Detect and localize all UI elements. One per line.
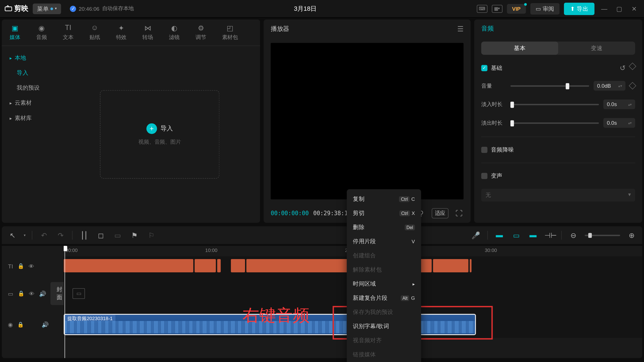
zoom-out-icon[interactable]: ⊖ xyxy=(568,231,579,240)
context-menu: 复制CtrlC 剪切CtrlX 删除Del 停用片段V 创建组合 解除素材包 时… xyxy=(347,189,421,362)
ctx-compound[interactable]: 新建复合片段AltG xyxy=(347,291,421,305)
export-button[interactable]: ⬆ 导出 xyxy=(564,3,594,15)
text-track-icon: TI xyxy=(8,263,13,269)
lock-icon[interactable]: 🔒 xyxy=(17,321,24,327)
sidebar-cloud[interactable]: 云素材 xyxy=(2,96,59,111)
timeline: TI 🔒 👁 ▭ 🔒 👁 🔊 封面 ◉ 🔒 🔊 00:00 10:00 2 xyxy=(2,246,642,358)
snap-3-icon[interactable]: ▬ xyxy=(528,231,538,239)
sidebar-import[interactable]: 导入 xyxy=(2,65,59,80)
media-tabs: ▣媒体 ◉音频 TI文本 ☺贴纸 ✦特效 ⋈转场 ◐滤镜 ⚙调节 ◰素材包 xyxy=(2,20,260,46)
fadein-value[interactable]: 0.0s▴▾ xyxy=(603,100,635,109)
tool-3[interactable]: ▭ xyxy=(112,231,123,240)
volume-value[interactable]: 0.0dB▴▾ xyxy=(594,81,626,90)
tab-text[interactable]: TI文本 xyxy=(60,23,76,42)
player-title: 播放器 xyxy=(271,25,289,33)
ctx-unpack: 解除素材包 xyxy=(347,263,421,277)
keyframe-icon[interactable] xyxy=(629,63,636,70)
lock-icon[interactable]: 🔒 xyxy=(18,263,24,269)
undo-button[interactable]: ↶ xyxy=(38,231,49,240)
fullscreen-icon[interactable]: ⛶ xyxy=(455,209,463,217)
media-panel: ▣媒体 ◉音频 TI文本 ☺贴纸 ✦特效 ⋈转场 ◐滤镜 ⚙调节 ◰素材包 本地… xyxy=(2,20,260,223)
timeline-toolbar: ↖ ▾ ↶ ↷ ⎮⎮ ◻ ▭ ⚑ ⚐ 🎤 ▬ ▭ ▬ ⊣⊢ ⊖ ⊕ xyxy=(2,226,642,244)
project-title: 3月18日 xyxy=(138,5,472,12)
tab-materialpack[interactable]: ◰素材包 xyxy=(219,23,241,42)
denoise-toggle[interactable]: 音频降噪 xyxy=(481,146,635,154)
snap-2-icon[interactable]: ▭ xyxy=(511,231,521,240)
media-drop-area[interactable]: + 导入 视频、音频、图片 xyxy=(59,46,260,223)
review-button[interactable]: ▭ 审阅 xyxy=(530,3,559,14)
video-placeholder[interactable]: ▭ xyxy=(72,288,85,299)
maximize-button[interactable]: ▢ xyxy=(614,3,625,14)
tab-adjust[interactable]: ⚙调节 xyxy=(193,23,209,42)
ctx-copy[interactable]: 复制CtrlC xyxy=(347,192,421,206)
annotation-label: 右键音频 xyxy=(242,304,310,327)
text-clip[interactable] xyxy=(195,259,216,272)
mute-icon[interactable]: 🔊 xyxy=(39,290,46,297)
tab-media[interactable]: ▣媒体 xyxy=(7,23,23,42)
text-clip[interactable] xyxy=(231,259,245,272)
props-tabs: 基本 变速 xyxy=(481,42,635,55)
sidebar-library[interactable]: 素材库 xyxy=(2,111,59,126)
props-tab-basic[interactable]: 基本 xyxy=(481,42,558,55)
reset-icon[interactable]: ↺ xyxy=(620,64,625,72)
voicechange-select[interactable]: 无▾ xyxy=(481,189,635,201)
playhead[interactable] xyxy=(65,246,65,358)
ctx-cut[interactable]: 剪切CtrlX xyxy=(347,206,421,220)
ctx-timerange[interactable]: 时间区域▸ xyxy=(347,277,421,291)
text-clip[interactable] xyxy=(433,259,468,272)
ctx-savepreset: 保存为我的预设 xyxy=(347,305,421,319)
ctx-disable[interactable]: 停用片段V xyxy=(347,234,421,248)
fadeout-row: 淡出时长 0.0s▴▾ xyxy=(481,118,635,128)
zoom-in-icon[interactable]: ⊕ xyxy=(626,231,637,240)
magnet-icon[interactable]: ⊣⊢ xyxy=(544,231,555,240)
text-clip[interactable] xyxy=(217,259,221,272)
voicechange-toggle[interactable]: 变声 xyxy=(481,172,635,180)
review-icon: ▭ xyxy=(536,5,541,12)
tab-transition[interactable]: ⋈转场 xyxy=(140,23,156,42)
minimize-button[interactable]: — xyxy=(599,3,610,14)
flag-tool[interactable]: ⚑ xyxy=(129,231,140,240)
mute-icon[interactable]: 🔊 xyxy=(42,321,49,328)
ctx-delete[interactable]: 删除Del xyxy=(347,220,421,234)
fit-button[interactable]: 适应 xyxy=(432,208,448,218)
plus-icon: + xyxy=(146,123,157,134)
sidebar-presets[interactable]: 我的预设 xyxy=(2,81,59,96)
snap-1-icon[interactable]: ▬ xyxy=(494,231,505,239)
basic-toggle[interactable]: ✓ 基础 xyxy=(481,64,503,72)
fadeout-value[interactable]: 0.0s▴▾ xyxy=(603,118,635,128)
keyboard-icon[interactable]: ⌨ xyxy=(477,5,488,12)
visibility-icon[interactable]: 👁 xyxy=(29,263,34,269)
text-clip[interactable] xyxy=(470,259,471,272)
tab-effect[interactable]: ✦特效 xyxy=(113,23,129,42)
visibility-icon[interactable]: 👁 xyxy=(29,290,35,297)
ctx-recognize-subtitle[interactable]: 识别字幕/歌词 xyxy=(347,319,421,333)
close-button[interactable]: ✕ xyxy=(629,3,640,14)
sidebar-local[interactable]: 本地 xyxy=(2,50,59,65)
properties-panel: 音频 基本 变速 ✓ 基础 ↺ 音量 xyxy=(474,20,642,223)
fadeout-slider[interactable] xyxy=(510,122,599,124)
text-clip[interactable] xyxy=(64,259,193,272)
tab-filter[interactable]: ◐滤镜 xyxy=(166,23,182,42)
player-viewport[interactable] xyxy=(271,43,464,199)
select-tool[interactable]: ↖ xyxy=(7,231,18,240)
volume-keyframe[interactable] xyxy=(629,82,636,90)
split-tool[interactable]: ⎮⎮ xyxy=(79,231,89,240)
tab-audio[interactable]: ◉音频 xyxy=(34,23,50,42)
fadein-slider[interactable] xyxy=(510,104,599,105)
zoom-slider[interactable] xyxy=(585,234,620,236)
timecode-total: 00:29:38:15 xyxy=(313,210,351,217)
crop-tool[interactable]: ◻ xyxy=(96,231,106,240)
vip-button[interactable]: VIP xyxy=(507,4,526,13)
tab-sticker[interactable]: ☺贴纸 xyxy=(87,23,102,42)
flag-tool-2[interactable]: ⚐ xyxy=(146,231,157,240)
titlebar: 剪映 菜单 ▾ ✓ 20:46:06 自动保存本地 3月18日 ⌨ ▦▾ VIP… xyxy=(0,0,644,18)
menu-button[interactable]: 菜单 ▾ xyxy=(33,3,61,14)
mic-icon[interactable]: 🎤 xyxy=(471,231,481,240)
lock-icon[interactable]: 🔒 xyxy=(18,290,24,297)
layout-icon[interactable]: ▦▾ xyxy=(492,5,503,12)
redo-button[interactable]: ↷ xyxy=(55,231,66,240)
props-tab-speed[interactable]: 变速 xyxy=(558,42,635,55)
ruler-mark: 10:00 xyxy=(205,247,217,253)
volume-slider[interactable] xyxy=(510,85,589,87)
player-menu-icon[interactable]: ☰ xyxy=(457,25,463,33)
